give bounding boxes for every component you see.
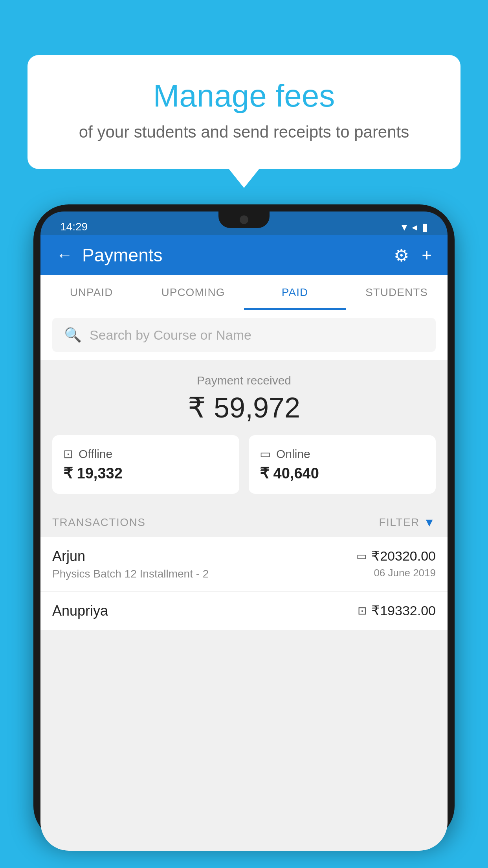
app-header: ← Payments ⚙ + [40,235,448,275]
tabs-container: UNPAID UPCOMING PAID STUDENTS [40,275,448,310]
wifi-icon: ▾ [402,221,407,234]
phone-frame: 14:29 ▾ ◂ ▮ ← Payments ⚙ + [33,204,455,841]
table-row[interactable]: Anupriya ⊡ ₹19332.00 [40,592,448,631]
transaction-date: 06 June 2019 [374,567,436,579]
header-icons: ⚙ + [394,245,432,265]
search-box[interactable]: 🔍 Search by Course or Name [52,318,436,352]
filter-label: FILTER [379,516,419,529]
table-row[interactable]: Arjun Physics Batch 12 Installment - 2 ▭… [40,537,448,592]
online-icon: ▭ [260,447,271,461]
filter-button[interactable]: FILTER ▼ [379,516,436,529]
search-icon: 🔍 [64,327,82,343]
transaction-right-arjun: ▭ ₹20320.00 06 June 2019 [356,548,436,579]
transaction-left-arjun: Arjun Physics Batch 12 Installment - 2 [52,548,209,580]
online-amount: ₹ 40,640 [260,465,425,482]
online-card-header: ▭ Online [260,447,425,461]
online-card: ▭ Online ₹ 40,640 [249,435,436,494]
page-title: Payments [82,245,384,266]
speech-bubble: Manage fees of your students and send re… [28,55,460,169]
filter-icon: ▼ [424,516,436,529]
battery-icon: ▮ [422,221,428,234]
offline-icon: ⊡ [63,447,73,461]
speech-bubble-container: Manage fees of your students and send re… [28,55,460,169]
transaction-amount: ₹20320.00 [371,548,436,564]
payment-received-section: Payment received ₹ 59,972 [40,360,448,435]
bubble-subtitle: of your students and send receipts to pa… [59,123,429,142]
card-payment-icon: ▭ [356,550,367,563]
status-bar: 14:29 ▾ ◂ ▮ [40,211,448,235]
offline-card-header: ⊡ Offline [63,447,228,461]
transaction-left-anupriya: Anupriya [52,603,108,619]
payment-received-amount: ₹ 59,972 [52,391,436,424]
transaction-course: Physics Batch 12 Installment - 2 [52,568,209,580]
tab-students[interactable]: STUDENTS [346,275,448,310]
payment-cards: ⊡ Offline ₹ 19,332 ▭ Online ₹ 40,640 [40,435,448,505]
tab-paid[interactable]: PAID [244,275,346,310]
status-time: 14:29 [60,221,88,233]
offline-amount: ₹ 19,332 [63,465,228,482]
notch [218,211,270,228]
signal-icon: ◂ [412,221,417,234]
transaction-name: Arjun [52,548,209,565]
online-label: Online [276,447,310,461]
offline-card: ⊡ Offline ₹ 19,332 [52,435,239,494]
back-button[interactable]: ← [56,246,73,265]
status-icons: ▾ ◂ ▮ [402,221,428,234]
app-screen: ← Payments ⚙ + UNPAID UPCOMING PAID STUD… [40,235,448,851]
bubble-title: Manage fees [59,79,429,113]
tab-upcoming[interactable]: UPCOMING [142,275,244,310]
offline-payment-icon: ⊡ [358,604,367,617]
transaction-name: Anupriya [52,603,108,619]
transactions-list: Arjun Physics Batch 12 Installment - 2 ▭… [40,537,448,631]
transaction-amount-row: ▭ ₹20320.00 [356,548,436,564]
add-icon[interactable]: + [422,245,432,265]
payment-received-label: Payment received [52,374,436,387]
search-container: 🔍 Search by Course or Name [40,310,448,360]
settings-icon[interactable]: ⚙ [394,245,409,265]
tab-unpaid[interactable]: UNPAID [40,275,142,310]
transactions-header: TRANSACTIONS FILTER ▼ [40,505,448,537]
search-input[interactable]: Search by Course or Name [90,327,251,343]
transaction-amount-row: ⊡ ₹19332.00 [358,603,436,618]
transaction-amount: ₹19332.00 [371,603,436,618]
offline-label: Offline [79,447,112,461]
transaction-right-anupriya: ⊡ ₹19332.00 [358,603,436,618]
camera [240,215,248,224]
transactions-label: TRANSACTIONS [52,516,145,529]
phone-container: 14:29 ▾ ◂ ▮ ← Payments ⚙ + [33,204,455,868]
